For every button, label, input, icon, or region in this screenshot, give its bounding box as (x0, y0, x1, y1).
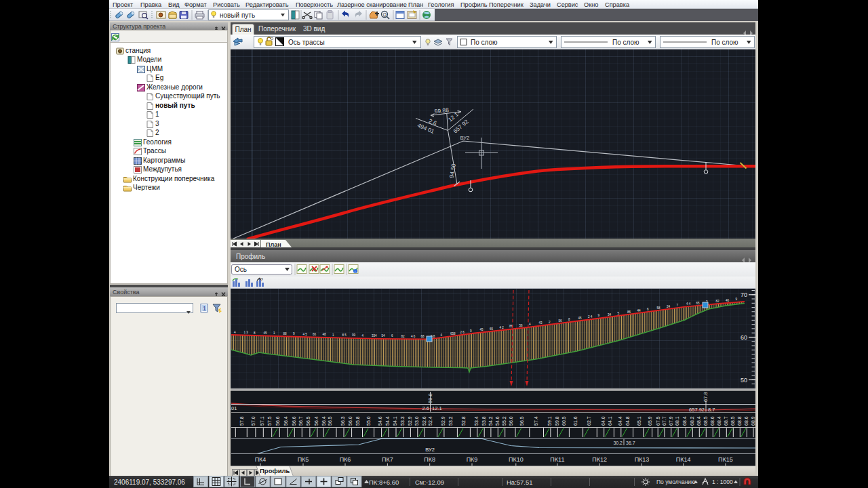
svg-text:65: 65 (696, 302, 701, 305)
svg-text:53.0: 53.0 (414, 416, 419, 426)
svg-text:88: 88 (283, 332, 288, 336)
svg-text:4 4: 4 4 (686, 302, 691, 306)
svg-text:9: 9 (598, 314, 600, 317)
svg-text:45: 45 (578, 317, 583, 320)
svg-text:2 6: 2 6 (460, 331, 465, 334)
svg-text:2: 2 (549, 321, 551, 324)
svg-text:4: 4 (529, 323, 531, 326)
svg-text:ПК13: ПК13 (635, 456, 650, 463)
svg-text:68.8: 68.8 (737, 416, 742, 426)
svg-text:56.7: 56.7 (298, 416, 303, 426)
svg-text:52.6: 52.6 (422, 416, 427, 426)
svg-text:ПК15: ПК15 (718, 456, 733, 463)
svg-text:46: 46 (726, 299, 730, 302)
svg-text:68.6: 68.6 (744, 416, 749, 426)
svg-text:56.4: 56.4 (321, 416, 326, 426)
svg-text:53.2: 53.2 (448, 416, 453, 426)
svg-text:2 4: 2 4 (588, 315, 593, 319)
svg-text:44: 44 (637, 309, 642, 312)
svg-text:56.6: 56.6 (292, 416, 296, 426)
svg-text:59.8: 59.8 (427, 393, 433, 403)
svg-text:4: 4 (441, 333, 443, 337)
svg-text:53.3: 53.3 (400, 416, 405, 426)
svg-text:ПК12: ПК12 (592, 456, 607, 463)
svg-text:67.9: 67.9 (669, 416, 673, 426)
svg-text:54.2: 54.2 (488, 416, 493, 426)
svg-text:65.9: 65.9 (648, 416, 652, 426)
svg-text:ВУ2: ВУ2 (425, 447, 435, 453)
svg-text:12.1: 12.1 (432, 405, 442, 411)
svg-text:68: 68 (421, 335, 425, 338)
svg-text:5: 5 (618, 312, 620, 315)
svg-text:64.4: 64.4 (618, 416, 623, 426)
svg-text:57.1: 57.1 (260, 416, 264, 426)
svg-text:4: 4 (234, 331, 236, 334)
svg-text:62.7: 62.7 (587, 416, 591, 426)
svg-text:68.4: 68.4 (717, 416, 722, 426)
svg-text:52.8: 52.8 (461, 416, 466, 426)
svg-text:56.5: 56.5 (328, 416, 332, 426)
svg-text:68.2: 68.2 (690, 416, 694, 426)
svg-text:ПК11: ПК11 (550, 456, 564, 463)
svg-text:45: 45 (264, 331, 268, 335)
svg-text:54.6: 54.6 (378, 416, 382, 426)
svg-text:60.5: 60.5 (561, 416, 566, 426)
svg-text:4 6: 4 6 (411, 335, 416, 338)
svg-text:56: 56 (519, 324, 524, 327)
svg-text:68.5: 68.5 (703, 416, 708, 426)
svg-text:8.7: 8.7 (708, 407, 715, 413)
svg-text:68.5: 68.5 (730, 416, 735, 426)
svg-text:68.1: 68.1 (675, 416, 679, 426)
svg-text:65: 65 (490, 327, 494, 331)
svg-text:ПК6: ПК6 (340, 456, 351, 463)
svg-text:4 5: 4 5 (303, 333, 308, 336)
svg-text:24: 24 (667, 305, 671, 308)
svg-text:ВУ2: ВУ2 (460, 135, 470, 141)
svg-text:54: 54 (382, 334, 386, 338)
svg-text:6: 6 (647, 308, 649, 311)
svg-text:59.8: 59.8 (555, 416, 559, 426)
svg-text:56.3: 56.3 (340, 416, 345, 426)
svg-text:54.6: 54.6 (495, 416, 500, 426)
svg-text:53.4: 53.4 (474, 416, 479, 426)
svg-text:55.8: 55.8 (355, 416, 360, 426)
svg-text:64.8: 64.8 (625, 416, 630, 426)
svg-text:6: 6 (391, 334, 393, 338)
svg-text:56.4: 56.4 (283, 416, 288, 426)
svg-text:1 3: 1 3 (244, 331, 249, 334)
svg-text:30.2: 30.2 (613, 441, 623, 445)
svg-text:67.5: 67.5 (656, 416, 660, 426)
svg-text:64.1: 64.1 (608, 416, 612, 426)
svg-text:59.1: 59.1 (547, 416, 552, 426)
svg-text:9: 9 (736, 298, 738, 301)
svg-text:36.7: 36.7 (626, 441, 635, 445)
svg-text:52.9: 52.9 (408, 416, 412, 426)
svg-text:82: 82 (401, 335, 406, 338)
svg-text:68.6: 68.6 (710, 416, 715, 426)
svg-text:657 92: 657 92 (452, 118, 470, 135)
svg-text:99: 99 (352, 333, 356, 337)
svg-text:56: 56 (559, 319, 563, 323)
svg-text:9: 9 (470, 329, 472, 333)
svg-text:54.4: 54.4 (385, 416, 390, 426)
svg-text:67.8: 67.8 (703, 392, 709, 402)
svg-text:67.7: 67.7 (662, 416, 667, 426)
svg-text:334: 334 (372, 334, 377, 338)
svg-text:56.0: 56.0 (348, 416, 353, 426)
svg-text:9: 9 (293, 332, 295, 336)
svg-text:54.1: 54.1 (393, 416, 397, 426)
svg-text:1: 1 (273, 331, 275, 335)
svg-text:56.0: 56.0 (509, 416, 513, 426)
svg-text:86: 86 (627, 310, 631, 314)
svg-text:57.8: 57.8 (239, 416, 244, 426)
svg-text:48: 48 (323, 333, 327, 336)
svg-text:58: 58 (657, 306, 661, 310)
svg-text:57.5: 57.5 (267, 416, 272, 426)
svg-text:55.2: 55.2 (502, 416, 507, 426)
svg-text:ПК14: ПК14 (676, 456, 691, 463)
svg-text:70: 70 (741, 291, 747, 298)
svg-text:52.9: 52.9 (441, 416, 446, 426)
svg-text:61.6: 61.6 (573, 416, 578, 426)
svg-text:658: 658 (450, 332, 456, 336)
svg-text:56.5: 56.5 (519, 416, 524, 426)
